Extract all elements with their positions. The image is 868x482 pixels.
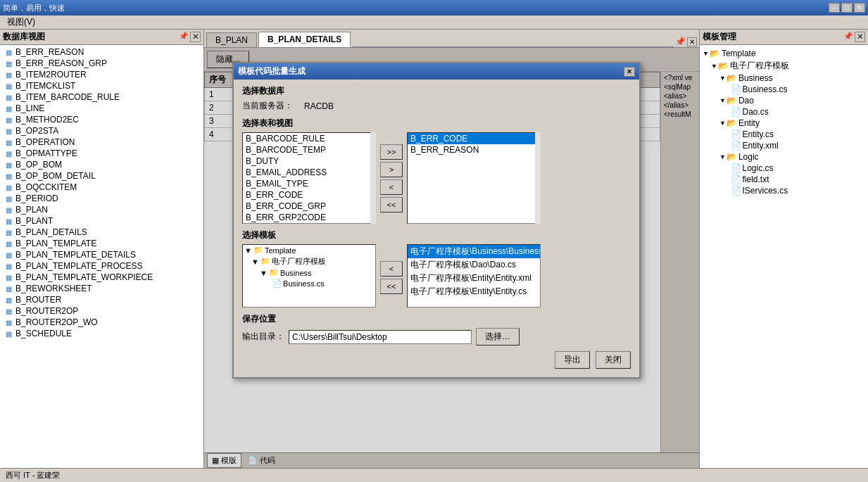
list-item[interactable]: B_EMAIL_ADDRESS (243, 167, 375, 178)
left-panel-actions: 📌 ✕ (179, 32, 201, 42)
template-tree-item[interactable]: ▼📁电子厂程序模板 (243, 255, 375, 267)
left-tree-item[interactable]: ▦B_ERR_REASON (1, 46, 202, 58)
right-pin-icon[interactable]: 📌 (843, 32, 853, 42)
list-item[interactable]: B_EMAIL_TYPE (243, 178, 375, 189)
left-tree-item[interactable]: ▦B_OP2STA (1, 125, 202, 137)
pin-icon[interactable]: 📌 (179, 32, 189, 42)
right-tree-item[interactable]: ▼📂Dao (703, 95, 865, 106)
list-item[interactable]: B_ERR_GRP2REASON (243, 223, 375, 224)
list-item[interactable]: B_BARCODE_TEMP (243, 144, 375, 156)
right-tree-item[interactable]: ▼📂电子厂程序模板 (703, 59, 865, 72)
tab-pin-icon[interactable]: 📌 (675, 37, 686, 46)
left-tree-item[interactable]: ▦B_PLAN (1, 204, 202, 215)
tab-close-icon[interactable]: ✕ (687, 37, 697, 46)
right-close-icon[interactable]: ✕ (855, 32, 865, 42)
tree-item-label: B_PLAN (15, 205, 48, 215)
list-item[interactable]: B_ERR_CODE (408, 133, 540, 144)
list-item[interactable]: B_ERR_CODE (243, 189, 375, 201)
left-tree-item[interactable]: ▦B_REWORKSHEET (1, 283, 202, 294)
file-icon (728, 142, 730, 149)
tree-label: Dao.cs (743, 107, 769, 117)
file-icon (728, 187, 730, 194)
remove-one-button[interactable]: < (380, 179, 403, 195)
left-tree-item[interactable]: ▦B_ITEM_BARCODE_RULE (1, 91, 202, 103)
left-tree-item[interactable]: ▦B_PLAN_TEMPLATE_WORKPIECE (1, 272, 202, 283)
left-tree-item[interactable]: ▦B_PLAN_TEMPLATE_DETAILS (1, 249, 202, 260)
left-tree-item[interactable]: ▦B_METHOD2EC (1, 114, 202, 125)
template-remove-all-button[interactable]: << (380, 279, 403, 294)
export-button[interactable]: 导出 (555, 351, 590, 369)
tree-label: Template (722, 49, 756, 58)
view-menu[interactable]: 视图(V) (3, 15, 39, 30)
tab-b-plan[interactable]: B_PLAN (206, 32, 257, 47)
selected-template-list[interactable]: 电子厂程序模板\Business\Business电子厂程序模板\Dao\Dao… (407, 244, 541, 307)
table-icon: ▦ (3, 92, 14, 102)
right-tree-item[interactable]: ▼📂Logic (703, 151, 865, 163)
list-item[interactable]: 电子厂程序模板\Business\Business (408, 245, 540, 258)
tree-label: Entity (738, 118, 760, 128)
add-one-button[interactable]: > (380, 162, 403, 177)
left-tree-item[interactable]: ▦B_ITEMCKLIST (1, 80, 202, 91)
table-list[interactable]: B_BARCODE_RULEB_BARCODE_TEMPB_DUTYB_EMAI… (242, 132, 376, 224)
left-tree-item[interactable]: ▦B_SCHEDULE (1, 328, 202, 339)
list-item[interactable]: B_ERR_CODE_GRP (243, 201, 375, 212)
right-tree-item[interactable]: ▼📂Entity (703, 118, 865, 129)
server-row: 当前服务器： RACDB (242, 100, 631, 112)
left-tree-item[interactable]: ▦B_PERIOD (1, 193, 202, 204)
template-tree-root[interactable]: ▼📁Template (243, 245, 375, 255)
right-tree-item: 📄Business.cs (703, 84, 865, 95)
left-tree-item[interactable]: ▦B_PLAN_TEMPLATE_PROCESS (1, 260, 202, 272)
status-text: 西可 IT - 蓝建荣 (6, 470, 60, 481)
left-tree-item[interactable]: ▦B_ERR_REASON_GRP (1, 58, 202, 69)
close-button[interactable]: ✕ (854, 3, 865, 13)
list-item[interactable]: 电子厂程序模板\Dao\Dao.cs (408, 258, 540, 272)
list-item[interactable]: 电子厂程序模板\Entity\Entity.cs (408, 285, 540, 298)
left-tree-item[interactable]: ▦B_OPMATTYPE (1, 148, 202, 159)
right-tree-item[interactable]: ▼📂Template (703, 48, 865, 59)
list-item[interactable]: B_DUTY (243, 156, 375, 167)
left-tree-item[interactable]: ▦B_ROUTER2OP_WO (1, 317, 202, 328)
left-tree-item[interactable]: ▦B_OP_BOM_DETAIL (1, 170, 202, 182)
left-panel-close-icon[interactable]: ✕ (190, 32, 201, 42)
save-section-title: 保存位置 (242, 313, 631, 325)
template-arrow-buttons: < << (380, 258, 403, 294)
tree-item-label: B_PLANT (15, 216, 53, 226)
table-icon: ▦ (3, 103, 14, 113)
remove-all-button[interactable]: << (380, 197, 403, 213)
template-remove-one-button[interactable]: < (380, 261, 403, 277)
tree-item-label: B_OP2STA (15, 126, 58, 136)
left-tree-item[interactable]: ▦B_LINE (1, 103, 202, 114)
tree-item-label: B_ROUTER2OP (15, 306, 78, 316)
tree-item-label: B_OPERATION (15, 137, 75, 147)
table-icon: ▦ (3, 126, 14, 136)
right-tree-item: 📄Entity.cs (703, 129, 865, 140)
list-item[interactable]: B_ERR_GRP2CODE (243, 212, 375, 223)
output-input[interactable] (289, 330, 472, 344)
left-tree-item[interactable]: ▦B_OPERATION (1, 137, 202, 148)
minimize-button[interactable]: ─ (829, 3, 840, 13)
left-tree-item[interactable]: ▦B_ITEM2ROUTER (1, 69, 202, 80)
template-tree[interactable]: ▼📁Template▼📁电子厂程序模板▼📁Business 📄Business.… (242, 244, 376, 307)
dialog-close-button-2[interactable]: 关闭 (596, 351, 631, 369)
dialog-close-button[interactable]: ✕ (624, 67, 635, 77)
tab-b-plan-details[interactable]: B_PLAN_DETAILS (258, 32, 351, 47)
selected-table-list[interactable]: B_ERR_CODEB_ERR_REASON (407, 132, 541, 224)
restore-button[interactable]: □ (841, 3, 853, 13)
left-tree-item[interactable]: ▦B_ROUTER (1, 294, 202, 305)
left-tree-item[interactable]: ▦B_PLAN_TEMPLATE (1, 238, 202, 249)
left-tree-item[interactable]: ▦B_OP_BOM (1, 159, 202, 170)
add-all-button[interactable]: >> (380, 144, 403, 160)
browse-button[interactable]: 选择… (476, 328, 520, 345)
template-tree-item[interactable]: ▼📁Business (243, 267, 375, 278)
left-tree-item[interactable]: ▦B_PLANT (1, 215, 202, 227)
left-tree-item[interactable]: ▦B_PLAN_DETAILS (1, 227, 202, 238)
right-panel-header: 模板管理 📌 ✕ (700, 30, 868, 45)
list-item[interactable]: B_BARCODE_RULE (243, 133, 375, 144)
right-tree-item[interactable]: ▼📂Business (703, 72, 865, 84)
template-tree-item[interactable]: 📄Business.cs (243, 278, 375, 288)
list-item[interactable]: 电子厂程序模板\Entity\Entity.xml (408, 272, 540, 285)
list-item[interactable]: B_ERR_REASON (408, 144, 540, 156)
left-tree-item[interactable]: ▦B_OQCCKITEM (1, 182, 202, 193)
menubar: 视图(V) (0, 15, 868, 30)
left-tree-item[interactable]: ▦B_ROUTER2OP (1, 305, 202, 317)
